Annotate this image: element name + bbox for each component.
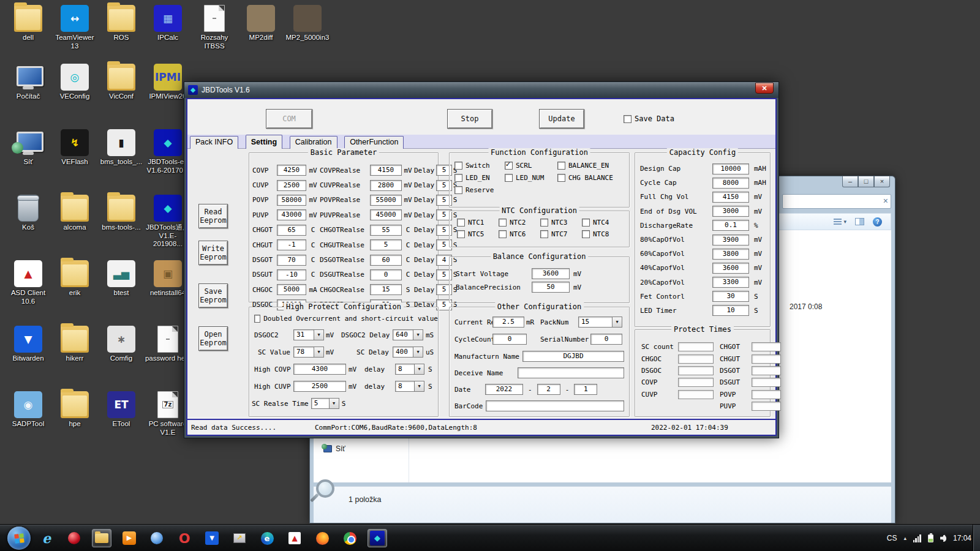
capacity-value-field[interactable]: 10000 [712, 163, 749, 174]
capacity-value-field[interactable]: 3300 [712, 277, 749, 288]
firefox-icon[interactable] [312, 529, 332, 547]
dsgoc2-combo[interactable]: 31▼ [293, 329, 324, 340]
blue-sphere-app-icon[interactable] [147, 529, 167, 547]
desktop-icon-rozsahy-itbss[interactable]: Rozsahy ITBSS [191, 2, 238, 50]
save-eeprom-button[interactable]: Save Eeprom [198, 283, 228, 308]
desktop-icon-veconfig[interactable]: ◎ VEConfig [51, 61, 98, 127]
capacity-value-field[interactable]: 10 [712, 305, 749, 316]
tab-setting[interactable]: Setting [246, 135, 282, 149]
function-checkbox[interactable]: BALANCE_EN [557, 162, 629, 170]
param-value-field[interactable]: 65 [277, 225, 306, 236]
hidden-icons-arrow[interactable]: ▴ [903, 535, 907, 541]
capacity-value-field[interactable]: 4150 [712, 192, 749, 203]
sc-value-combo[interactable]: 78▼ [293, 347, 324, 358]
doubled-overcurrent-checkbox[interactable]: Doubled Overcurrent and short-circuit va… [254, 315, 438, 323]
release-value-field[interactable]: 2800 [370, 180, 402, 191]
desktop-icon-teamviewer[interactable]: ↔ TeamViewer 13 [51, 2, 98, 50]
date-year-field[interactable]: 2022 [485, 384, 523, 395]
release-value-field[interactable]: 4150 [370, 165, 402, 176]
ntc-checkbox[interactable]: NTC4 [582, 219, 624, 227]
language-indicator[interactable]: CS [887, 534, 897, 542]
barcode-field[interactable] [486, 400, 624, 411]
desktop-icon-sadptool[interactable]: ◉ SADPTool [5, 389, 51, 454]
release-value-field[interactable]: 0 [370, 269, 402, 280]
manufacturn-name-field[interactable]: DGJBD [522, 351, 624, 362]
dsgoc2-delay-combo[interactable]: 640▼ [393, 329, 423, 340]
clock[interactable]: 17:04 [953, 534, 971, 542]
desktop-icon-ros[interactable]: ROS [98, 2, 145, 50]
high-cuvp-delay-combo[interactable]: 8▼ [395, 381, 424, 392]
function-checkbox[interactable]: ✓ SCRL [505, 162, 557, 170]
balance-value-field[interactable]: 50 [532, 282, 570, 293]
release-value-field[interactable]: 55000 [370, 195, 402, 206]
acoma-icon[interactable]: ▲ [285, 529, 304, 547]
views-button[interactable]: ▾ [834, 219, 846, 225]
param-value-field[interactable]: 43000 [277, 209, 306, 220]
current-res-field[interactable]: 2.5 [492, 317, 524, 328]
stop-button[interactable]: Stop [447, 109, 492, 129]
desktop-icon-mp2-5000in3[interactable]: MP2_5000in3 [284, 2, 331, 50]
update-button[interactable]: Update [539, 109, 584, 129]
param-value-field[interactable]: 70 [277, 255, 306, 266]
search-input[interactable]: × [782, 194, 891, 209]
help-icon[interactable]: ? [873, 217, 882, 227]
save-data-checkbox[interactable]: Save Data [624, 114, 674, 123]
release-value-field[interactable]: 15 [370, 284, 402, 295]
desktop-icon-bms-tools[interactable]: ▮ bms_tools_... [98, 127, 145, 192]
tab-otherfunction[interactable]: OtherFunction [344, 136, 404, 149]
file-explorer-icon[interactable] [92, 529, 111, 547]
capacity-value-field[interactable]: 3000 [712, 206, 749, 217]
release-value-field[interactable]: 45000 [370, 209, 402, 220]
function-checkbox[interactable]: LED_EN [454, 174, 505, 182]
sc-realse-time-combo[interactable]: 5▼ [311, 398, 339, 409]
ntc-checkbox[interactable]: NTC5 [457, 230, 499, 238]
opera-icon[interactable]: O [175, 529, 194, 547]
param-value-field[interactable]: 2500 [277, 180, 306, 191]
desktop-icon-alcoma[interactable]: alcoma [51, 192, 98, 258]
desktop-icon-comfig[interactable]: ∗ Comfig [98, 323, 145, 389]
function-checkbox[interactable]: LED_NUM [505, 174, 557, 182]
capacity-value-field[interactable]: 8000 [712, 178, 749, 189]
high-cuvp-field[interactable]: 2500 [293, 381, 346, 392]
param-value-field[interactable]: -10 [277, 269, 306, 280]
start-button[interactable] [7, 527, 31, 550]
ntc-checkbox[interactable]: NTC6 [499, 230, 540, 238]
preview-pane-icon[interactable] [855, 218, 864, 225]
desktop-icon-hikerr[interactable]: hikerr [51, 323, 98, 389]
internet-explorer-icon[interactable]: e [37, 529, 56, 547]
ntc-checkbox[interactable]: NTC2 [499, 219, 540, 227]
open-eeprom-button[interactable]: Open Eeprom [198, 326, 228, 351]
desktop-icon-mp2diff[interactable]: MP2diff [238, 2, 284, 50]
maximize-icon[interactable]: □ [858, 176, 874, 187]
media-player-icon[interactable]: ▶ [119, 529, 139, 547]
high-covp-delay-combo[interactable]: 8▼ [395, 364, 424, 375]
capacity-value-field[interactable]: 3800 [712, 249, 749, 260]
ntc-checkbox[interactable]: NTC7 [540, 230, 582, 238]
battery-icon[interactable] [928, 534, 933, 542]
cyclecount-field[interactable]: 0 [492, 334, 527, 345]
search-clear-icon[interactable]: × [883, 196, 888, 206]
date-day-field[interactable]: 1 [574, 384, 597, 395]
desktop-icon-dell[interactable]: dell [5, 2, 51, 50]
read-eeprom-button[interactable]: Read Eeprom [198, 204, 228, 228]
ntc-checkbox[interactable]: NTC8 [582, 230, 624, 238]
volume-icon[interactable] [940, 534, 946, 542]
desktop-icon-pocitac[interactable]: Počítač [5, 61, 51, 127]
edge-icon[interactable]: e [257, 529, 277, 547]
deceive-name-field[interactable] [518, 367, 624, 378]
chrome-icon[interactable] [340, 529, 360, 547]
capacity-value-field[interactable]: 0.1 [712, 220, 749, 231]
com-button[interactable]: COM [266, 109, 312, 129]
show-desktop-button[interactable] [973, 525, 980, 551]
desktop-icon-kos[interactable]: Koš [5, 192, 51, 258]
param-value-field[interactable]: 58000 [277, 195, 306, 206]
packnum-combo[interactable]: 15▼ [578, 317, 622, 328]
capacity-value-field[interactable]: 30 [712, 291, 749, 302]
capacity-value-field[interactable]: 3600 [712, 263, 749, 274]
bitwarden-icon[interactable]: ▼ [202, 529, 222, 547]
high-covp-field[interactable]: 4300 [293, 364, 346, 375]
release-value-field[interactable]: 60 [370, 255, 402, 266]
capacity-value-field[interactable]: 3900 [712, 234, 749, 246]
date-month-field[interactable]: 2 [537, 384, 560, 395]
function-checkbox[interactable]: Reserve [454, 186, 505, 194]
